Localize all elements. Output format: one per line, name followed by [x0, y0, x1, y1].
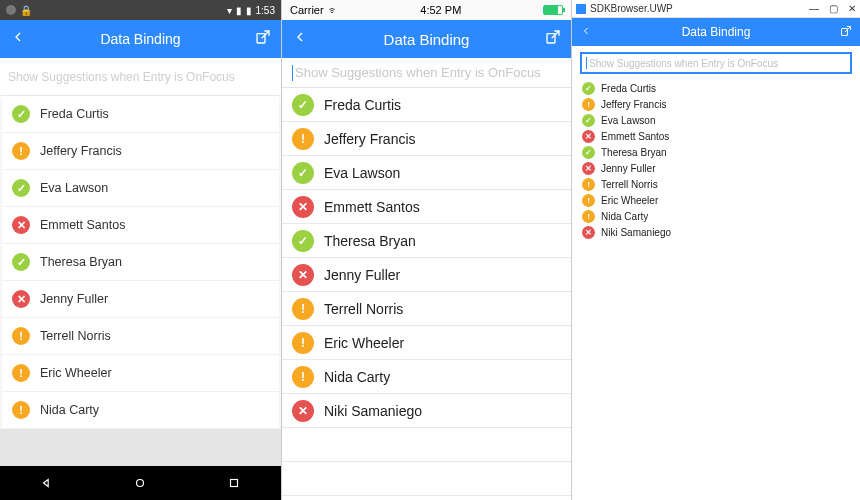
error-icon: ✕ — [292, 264, 314, 286]
back-nav-icon[interactable] — [40, 476, 54, 490]
list-item[interactable]: ✕Emmett Santos — [2, 207, 279, 244]
page-title: Data Binding — [308, 31, 545, 48]
list-item[interactable]: ✓Eva Lawson — [572, 112, 860, 128]
svg-point-2 — [137, 480, 144, 487]
ios-statusbar: Carrier ᯤ 4:52 PM — [282, 0, 571, 20]
empty-row — [282, 462, 571, 496]
list-item-label: Jenny Fuller — [40, 292, 108, 306]
list-item-label: Niki Samaniego — [324, 403, 422, 419]
notification-dot-icon — [6, 5, 16, 15]
list-item-label: Eric Wheeler — [40, 366, 112, 380]
list-item-label: Jeffery Francis — [324, 131, 416, 147]
list-item[interactable]: !Eric Wheeler — [572, 192, 860, 208]
back-button[interactable] — [292, 29, 308, 49]
back-button[interactable] — [580, 23, 592, 41]
list-item[interactable]: ✓Theresa Bryan — [282, 224, 571, 258]
list-item-label: Eva Lawson — [324, 165, 400, 181]
error-icon: ✕ — [292, 400, 314, 422]
list-item[interactable]: !Eric Wheeler — [282, 326, 571, 360]
search-input[interactable]: Show Suggestions when Entry is OnFocus — [580, 52, 852, 74]
list-item[interactable]: ✕Emmett Santos — [282, 190, 571, 224]
list-item[interactable]: ✓Freda Curtis — [2, 96, 279, 133]
list-item[interactable]: !Nida Carty — [2, 392, 279, 429]
list-item[interactable]: !Jeffery Francis — [282, 122, 571, 156]
android-navbar — [0, 466, 281, 500]
list-item-label: Theresa Bryan — [40, 255, 122, 269]
list-item[interactable]: ✓Eva Lawson — [282, 156, 571, 190]
list-item[interactable]: !Jeffery Francis — [2, 133, 279, 170]
list-item[interactable]: !Nida Carty — [572, 208, 860, 224]
warning-icon: ! — [12, 364, 30, 382]
external-link-button[interactable] — [545, 29, 561, 49]
list-item-label: Freda Curtis — [324, 97, 401, 113]
error-icon: ✕ — [582, 130, 595, 143]
list-item[interactable]: ✓Eva Lawson — [2, 170, 279, 207]
ios-device: Carrier ᯤ 4:52 PM Data Binding Show Sugg… — [282, 0, 572, 500]
search-placeholder: Show Suggestions when Entry is OnFocus — [295, 65, 541, 80]
list-item-label: Theresa Bryan — [324, 233, 416, 249]
android-appbar: Data Binding — [0, 20, 281, 58]
list-item-label: Terrell Norris — [601, 179, 658, 190]
list-item[interactable]: ✓Freda Curtis — [572, 80, 860, 96]
maximize-button[interactable]: ▢ — [829, 3, 838, 14]
warning-icon: ! — [582, 178, 595, 191]
list-item[interactable]: ✕Jenny Fuller — [572, 160, 860, 176]
back-button[interactable] — [10, 29, 26, 49]
list-item[interactable]: ✕Niki Samaniego — [282, 394, 571, 428]
empty-row — [282, 428, 571, 462]
ios-appbar: Data Binding — [282, 20, 571, 58]
recent-nav-icon[interactable] — [227, 476, 241, 490]
list-item[interactable]: !Jeffery Francis — [572, 96, 860, 112]
list-item-label: Eva Lawson — [601, 115, 655, 126]
list-item-label: Emmett Santos — [40, 218, 125, 232]
list-item[interactable]: !Nida Carty — [282, 360, 571, 394]
list-item[interactable]: ✓Theresa Bryan — [572, 144, 860, 160]
list-item[interactable]: ✕Emmett Santos — [572, 128, 860, 144]
list-item[interactable]: !Terrell Norris — [572, 176, 860, 192]
check-icon: ✓ — [12, 105, 30, 123]
app-icon — [576, 4, 586, 14]
carrier-label: Carrier — [290, 4, 324, 16]
check-icon: ✓ — [12, 253, 30, 271]
list-item-label: Nida Carty — [324, 369, 390, 385]
external-link-button[interactable] — [255, 29, 271, 49]
list-item-label: Eric Wheeler — [601, 195, 658, 206]
wifi-icon: ᯤ — [328, 4, 339, 16]
list-item[interactable]: ✕Niki Samaniego — [572, 224, 860, 240]
close-button[interactable]: ✕ — [848, 3, 856, 14]
uwp-appbar: Data Binding — [572, 18, 860, 46]
warning-icon: ! — [292, 128, 314, 150]
android-device: 🔒 ▾ ▮ ▮ 1:53 Data Binding Show Suggestio… — [0, 0, 282, 500]
list-item-label: Emmett Santos — [324, 199, 420, 215]
svg-rect-3 — [231, 480, 238, 487]
list-item[interactable]: !Terrell Norris — [282, 292, 571, 326]
warning-icon: ! — [292, 298, 314, 320]
search-input[interactable]: Show Suggestions when Entry is OnFocus — [0, 58, 281, 96]
svg-rect-4 — [547, 34, 555, 43]
text-cursor-icon — [292, 65, 293, 81]
android-statusbar: 🔒 ▾ ▮ ▮ 1:53 — [0, 0, 281, 20]
svg-rect-0 — [257, 34, 265, 43]
list-item-label: Terrell Norris — [40, 329, 111, 343]
home-nav-icon[interactable] — [133, 476, 147, 490]
minimize-button[interactable]: — — [809, 3, 819, 14]
list-item-label: Nida Carty — [40, 403, 99, 417]
window-title: SDKBrowser.UWP — [590, 3, 673, 14]
list-item[interactable]: ✓Freda Curtis — [282, 88, 571, 122]
android-list: ✓Freda Curtis!Jeffery Francis✓Eva Lawson… — [2, 96, 279, 429]
list-item[interactable]: !Terrell Norris — [2, 318, 279, 355]
list-item-label: Jeffery Francis — [40, 144, 122, 158]
list-item[interactable]: ✕Jenny Fuller — [2, 281, 279, 318]
list-item[interactable]: ✓Theresa Bryan — [2, 244, 279, 281]
list-item-label: Emmett Santos — [601, 131, 669, 142]
list-item[interactable]: ✕Jenny Fuller — [282, 258, 571, 292]
search-input[interactable]: Show Suggestions when Entry is OnFocus — [282, 58, 571, 88]
warning-icon: ! — [292, 366, 314, 388]
battery-icon — [543, 5, 563, 15]
warning-icon: ! — [292, 332, 314, 354]
error-icon: ✕ — [292, 196, 314, 218]
ios-list: ✓Freda Curtis!Jeffery Francis✓Eva Lawson… — [282, 88, 571, 428]
status-time: 1:53 — [256, 5, 275, 16]
external-link-button[interactable] — [840, 23, 852, 41]
list-item[interactable]: !Eric Wheeler — [2, 355, 279, 392]
